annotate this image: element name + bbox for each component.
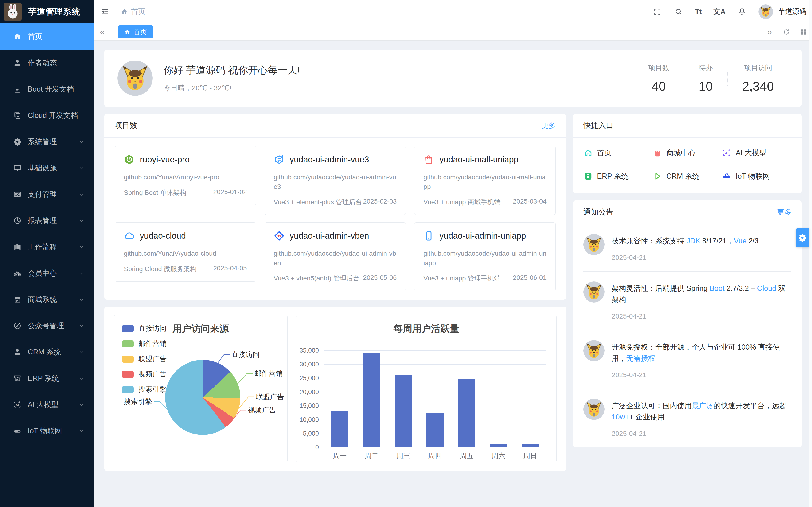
sidebar-item-document[interactable]: Boot 开发文档 — [0, 76, 94, 102]
project-card-yudao-ui-admin-vben[interactable]: yudao-ui-admin-vben github.com/yudaocode… — [264, 222, 406, 291]
pie-slice-label: 联盟广告 — [256, 392, 284, 402]
legend-item-2[interactable]: 联盟广告 — [122, 354, 166, 364]
sidebar-item-label: 会员中心 — [28, 268, 57, 278]
legend-chip — [122, 371, 134, 378]
project-name: ruoyi-vue-pro — [140, 155, 190, 165]
refresh-icon[interactable] — [778, 23, 795, 40]
welcome-avatar — [117, 61, 153, 96]
sidebar-item-gear[interactable]: 系统管理 — [0, 129, 94, 155]
font-size-icon[interactable]: Tt — [695, 8, 702, 16]
user-name[interactable]: 芋道源码 — [778, 7, 806, 16]
tabbar: « 首页 » — [94, 23, 812, 41]
bicycle-icon — [13, 269, 21, 277]
notice-link[interactable]: 10w+ — [612, 413, 629, 421]
chevron-down-icon — [79, 139, 85, 145]
legend-item-0[interactable]: 直接访问 — [122, 324, 166, 333]
projects-card-header: 项目数 更多 — [104, 114, 566, 137]
shortcut-sc-crm[interactable]: CRM 系统 — [653, 171, 722, 181]
sidebar-item-bicycle[interactable]: 会员中心 — [0, 260, 94, 286]
sidebar-collapse-icon[interactable] — [100, 7, 109, 16]
sidebar-item-ai[interactable]: AIAI 大模型 — [0, 392, 94, 418]
project-card-yudao-ui-admin-uniapp[interactable]: yudao-ui-admin-uniapp github.com/yudaoco… — [414, 222, 556, 291]
project-repo[interactable]: github.com/yudaocode/yudao-ui-admin-vben — [274, 249, 397, 268]
sidebar-item-compass[interactable]: 公众号管理 — [0, 313, 94, 339]
tab-home[interactable]: 首页 — [118, 25, 153, 39]
project-card-ruoyi-vue-pro[interactable]: ruoyi-vue-pro github.com/YunaiV/ruoyi-vu… — [115, 146, 256, 205]
shortcut-sc-iot[interactable]: IoT 物联网 — [722, 171, 791, 181]
project-date: 2025-05-06 — [363, 274, 397, 283]
notification-bell-icon[interactable] — [737, 7, 747, 16]
sidebar-item-money[interactable]: 支付管理 — [0, 181, 94, 208]
sidebar-item-shop[interactable]: 商城系统 — [0, 286, 94, 313]
pie-graphic — [165, 360, 240, 435]
pie-chart: 用户访问来源 直接访问邮件营销联盟广告视频广告搜索引擎 直接访问邮件营销联盟广告… — [114, 315, 288, 462]
sidebar-item-copy-document[interactable]: Cloud 开发文档 — [0, 102, 94, 129]
sc-bag-icon — [653, 148, 662, 158]
sidebar-item-label: Boot 开发文档 — [28, 84, 74, 94]
user-avatar[interactable] — [758, 4, 773, 19]
sidebar-item-label: 报表管理 — [28, 216, 57, 226]
sidebar-logo[interactable]: 芋道管理系统 — [0, 0, 94, 23]
x-tick-label: 周一 — [324, 451, 356, 461]
sidebar-item-workflow[interactable]: 工作流程 — [0, 234, 94, 260]
notices-more-link[interactable]: 更多 — [777, 208, 791, 217]
search-icon[interactable] — [674, 7, 683, 16]
notice-link[interactable]: 最广泛 — [692, 402, 714, 410]
notice-date: 2025-04-21 — [612, 254, 791, 262]
breadcrumb-home-icon — [121, 8, 128, 15]
notice-link[interactable]: Cloud — [757, 284, 776, 292]
project-meta: Spring Cloud 微服务架构 2025-04-05 — [124, 265, 247, 274]
notices-list: 技术兼容性：系统支持 JDK 8/17/21，Vue 2/3 2025-04-2… — [573, 224, 802, 447]
project-card-yudao-ui-mall-uniapp[interactable]: yudao-ui-mall-uniapp github.com/yudaocod… — [414, 146, 556, 215]
legend-item-4[interactable]: 搜索引擎 — [122, 385, 166, 394]
shortcuts-card-header: 快捷入口 — [573, 114, 802, 137]
legend-item-1[interactable]: 邮件营销 — [122, 339, 166, 349]
notice-link[interactable]: 无需授权 — [626, 354, 655, 362]
main-area: 首页 Tt 文A 芋道源码 « 首页 » — [94, 0, 812, 507]
copyright-footer: Copyright ©2025 芋道管理系统 — [104, 506, 802, 507]
notice-link[interactable]: JDK — [687, 237, 700, 245]
settings-gear-button[interactable] — [796, 228, 809, 247]
sidebar-item-home[interactable]: 首页 — [0, 23, 94, 50]
chevron-down-icon — [79, 296, 85, 302]
project-repo[interactable]: github.com/yudaocode/yudao-ui-admin-unia… — [423, 249, 547, 268]
sidebar-item-iot[interactable]: IoT 物联网 — [0, 418, 94, 444]
legend-label: 搜索引擎 — [138, 385, 166, 394]
projects-more-link[interactable]: 更多 — [542, 121, 556, 130]
x-axis-labels: 周一周二周三周四周五周六周日 — [324, 451, 546, 461]
project-desc: Spring Boot 单体架构 — [124, 188, 186, 197]
project-head: yudao-cloud — [124, 230, 247, 241]
project-desc: Vue3 + element-plus 管理后台 — [274, 198, 362, 207]
project-repo[interactable]: github.com/YunaiV/yudao-cloud — [124, 249, 247, 259]
sidebar-item-storefront[interactable]: ERP 系统 — [0, 365, 94, 392]
bar-周五 — [458, 379, 475, 447]
project-card-yudao-cloud[interactable]: yudao-cloud github.com/YunaiV/yudao-clou… — [115, 222, 256, 282]
charts-card: 用户访问来源 直接访问邮件营销联盟广告视频广告搜索引擎 直接访问邮件营销联盟广告… — [104, 306, 566, 471]
notice-link[interactable]: Vue — [734, 237, 747, 245]
project-card-yudao-ui-admin-vue3[interactable]: yudao-ui-admin-vue3 github.com/yudaocode… — [264, 146, 406, 215]
fullscreen-icon[interactable] — [653, 7, 662, 16]
sidebar-item-monitor[interactable]: 基础设施 — [0, 155, 94, 181]
y-tick-label: 20,000 — [299, 388, 319, 396]
shortcut-sc-erp[interactable]: ERP 系统 — [583, 171, 653, 181]
tabs-scroll-right-icon[interactable]: » — [761, 23, 778, 40]
sidebar-item-user[interactable]: 作者动态 — [0, 50, 94, 76]
notices-card: 通知公告 更多 技术兼容性：系统支持 JDK 8/17/21，Vue 2/3 2… — [573, 201, 802, 447]
sidebar-item-crm-user[interactable]: CRM 系统 — [0, 339, 94, 365]
shortcut-sc-home[interactable]: 首页 — [583, 148, 653, 158]
legend-item-3[interactable]: 视频广告 — [122, 370, 166, 379]
shortcut-label: CRM 系统 — [666, 171, 700, 181]
project-repo[interactable]: github.com/yudaocode/yudao-ui-admin-vue3 — [274, 172, 397, 191]
chevron-down-icon — [79, 402, 85, 408]
project-repo[interactable]: github.com/yudaocode/yudao-ui-mall-uniap… — [423, 172, 547, 191]
shortcut-sc-bag[interactable]: 商城中心 — [653, 148, 722, 158]
tabs-scroll-left-icon[interactable]: « — [94, 23, 111, 40]
sidebar-item-label: 基础设施 — [28, 163, 57, 173]
locale-icon[interactable]: 文A — [713, 7, 725, 16]
shortcut-sc-ai[interactable]: AIAI 大模型 — [722, 148, 791, 158]
notice-link[interactable]: Boot — [710, 284, 725, 292]
project-repo[interactable]: github.com/YunaiV/ruoyi-vue-pro — [124, 172, 247, 182]
shop-icon — [13, 295, 21, 304]
page-scrollbar[interactable] — [809, 0, 812, 507]
sidebar-item-pie-chart[interactable]: 报表管理 — [0, 208, 94, 234]
